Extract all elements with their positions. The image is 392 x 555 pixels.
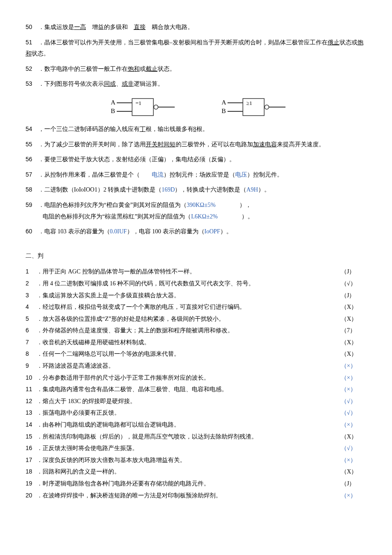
tf-text: 2．用 4 位二进制数可编排成 16 种不同的代码，既可代表数值又可代表文字、符… bbox=[26, 278, 341, 290]
tf-question: ．振荡电路中必须要有正反馈。 bbox=[37, 410, 120, 416]
q59-a1: 390KΩ±5% bbox=[187, 202, 216, 208]
tf-num: 8 bbox=[26, 348, 37, 360]
q60-mid: ），电容 100 表示的容量为（ bbox=[127, 228, 205, 235]
q50-mid2: 耦合放大电路。 bbox=[146, 24, 193, 30]
q54-num: 54 bbox=[26, 123, 37, 135]
tf-num: 5 bbox=[26, 313, 37, 325]
tf-text: 5．放大器各级的位置排成“Z”形的好处是结构紧凑，各级间的干扰较小。 bbox=[26, 313, 341, 325]
q52-a1: 饱和 bbox=[128, 66, 140, 72]
q59-a2: L6KΩ±2% bbox=[191, 213, 217, 220]
q58-a1: 169D bbox=[161, 186, 175, 193]
q55-post: 来提高开关速度。 bbox=[277, 141, 325, 148]
tf-text: 10．分布参数适用于部件的尺寸远小于正常工作频率所对应的波长。 bbox=[26, 372, 341, 384]
tf-answer: （J） bbox=[341, 290, 366, 302]
q54-post: 根。 bbox=[196, 126, 208, 132]
svg-text:≥1: ≥1 bbox=[246, 100, 252, 106]
tf-question: ．放大器各级的位置排成“Z”形的好处是结构紧凑，各级间的干扰较小。 bbox=[37, 316, 225, 322]
tf-answer: （J） bbox=[341, 478, 366, 490]
q60-a1: 0.0IUF bbox=[110, 228, 127, 235]
q59-num: 59 bbox=[26, 199, 37, 211]
tf-text: 11．集成电路内通常包含有晶体二极管、晶体三极管、电阻、电容和电感。 bbox=[26, 384, 341, 395]
tf-text: 19．时序逻辑电路除包含各种门电路外还要有存储功能的电路元件。 bbox=[26, 478, 341, 490]
question-57: 57 ．从控制作用来看，晶体三极管是个（ 电流）控制元件；场效应管是（电压）控制… bbox=[26, 169, 366, 181]
tf-answer: （X） bbox=[341, 337, 366, 349]
tf-question: ．由各种门电路组成的逻辑电路都可以组合逻辑电路。 bbox=[37, 421, 180, 428]
nor-gate-icon: A B ≥1 bbox=[213, 95, 290, 121]
true-false-list: 1．用于正向 AGC 控制的晶体管与一般的晶体管特性不一样。（J）2．用 4 位… bbox=[26, 266, 366, 501]
tf-question: ．回路和网孔的含义是一样的。 bbox=[37, 468, 120, 475]
q59-post2: ）。 bbox=[218, 213, 254, 220]
tf-text: 13．振荡电路中必须要有正反馈。 bbox=[26, 407, 341, 419]
tf-text: 17．深度负反馈的闭环放大倍数与基本放大电路增益有关。 bbox=[26, 454, 341, 466]
q54-a2: 8 bbox=[193, 126, 196, 132]
q53-a1: 同或 bbox=[104, 81, 116, 87]
q57-a1: 电流 bbox=[152, 171, 164, 178]
q51-a1: 俄止 bbox=[328, 39, 340, 46]
tf-item: 17．深度负反馈的闭环放大倍数与基本放大电路增益有关。（×） bbox=[26, 454, 366, 466]
q59-pre: ．电阻的色标排列次序为“橙白黄金”则其对应的阻值为（ bbox=[38, 202, 187, 208]
tf-answer: （7） bbox=[341, 325, 366, 337]
tf-question: ．用于正向 AGC 控制的晶体管与一般的晶体管特性不一样。 bbox=[37, 268, 196, 275]
question-59: 59 ．电阻的色标排列次序为“橙白黄金”则其对应的阻值为（390KΩ±5% ），… bbox=[26, 199, 366, 222]
tf-item: 4．经过取样后，模拟信号就变成了一个个离散的电压，可直接对它们进行编码。（X） bbox=[26, 301, 366, 313]
q50-a1: 一高 bbox=[74, 24, 86, 30]
q58-num: 58 bbox=[26, 184, 37, 195]
svg-text:A: A bbox=[111, 99, 115, 106]
svg-text:B: B bbox=[111, 108, 115, 114]
tf-num: 1 bbox=[26, 266, 37, 277]
tf-question: ．环路滤波器是高通滤波器。 bbox=[37, 363, 114, 369]
tf-question: ．分布参数适用于部件的尺寸远小于正常工作频率所对应的波长。 bbox=[37, 375, 210, 381]
q57-pre: ．从控制作用来看，晶体三极管是个（ bbox=[38, 171, 152, 178]
tf-answer: （×） bbox=[341, 455, 366, 466]
tf-item: 12．熔点大于 183C 的焊接即是硬焊接。（√） bbox=[26, 395, 366, 407]
tf-question: ．经过取样后，模拟信号就变成了一个个离散的电压，可直接对它们进行编码。 bbox=[37, 304, 245, 310]
tf-answer: （√） bbox=[341, 407, 366, 419]
tf-answer: （×） bbox=[341, 384, 366, 395]
tf-answer: （×） bbox=[341, 419, 366, 431]
tf-text: 8．任何一个二端网络总可以用一个等效的电源来代替。 bbox=[26, 348, 341, 360]
tf-question: ．熔点大于 183C 的焊接即是硬焊接。 bbox=[37, 398, 136, 404]
tf-item: 6．外存储器的特点是速度慢、容量大；其上的数据和程序能被调用和修改。（7） bbox=[26, 325, 366, 337]
tf-question: ．正反馈太强时将会使电路产生振荡。 bbox=[37, 445, 138, 451]
tf-answer: （×） bbox=[341, 360, 366, 372]
xnor-gate-icon: A B =1 bbox=[102, 95, 179, 121]
tf-item: 14．由各种门电路组成的逻辑电路都可以组合逻辑电路。（×） bbox=[26, 419, 366, 431]
q59-post1: ）， bbox=[216, 202, 251, 208]
q50-a2: 直接 bbox=[134, 24, 146, 30]
question-58: 58 ．二进制数（IoIoIOO1）2 转换成十进制数是（169D），转换成十六… bbox=[26, 184, 366, 196]
tf-item: 8．任何一个二端网络总可以用一个等效的电源来代替。（X） bbox=[26, 348, 366, 360]
tf-item: 1．用于正向 AGC 控制的晶体管与一般的晶体管特性不一样。（J） bbox=[26, 266, 366, 278]
q57-num: 57 bbox=[26, 169, 37, 180]
tf-answer: （X） bbox=[341, 349, 366, 360]
tf-num: 4 bbox=[26, 301, 37, 313]
question-54: 54 ，一个三位二进制译码器的输入线应有丁根，输出线最多有8根。 bbox=[26, 123, 366, 135]
tf-question: ．外存储器的特点是速度慢、容量大；其上的数据和程序能被调用和修改。 bbox=[37, 327, 233, 334]
question-60: 60 ．电容 103 表示的容量为（0.0IUF），电容 100 表示的容量为（… bbox=[26, 226, 366, 238]
svg-text:B: B bbox=[222, 108, 226, 114]
q55-mid: 的三极管外，还可以在电路加 bbox=[176, 141, 253, 148]
q58-post: ）。 bbox=[258, 186, 270, 193]
tf-answer: （√） bbox=[341, 396, 366, 407]
q51-t2: 状态或 bbox=[340, 39, 357, 46]
q53-pre: ．下列图形符号依次表示 bbox=[38, 81, 104, 87]
q51-num: 51 bbox=[26, 37, 37, 48]
svg-text:=1: =1 bbox=[135, 100, 141, 106]
tf-item: 16．正反馈太强时将会使电路产生振荡。（√） bbox=[26, 442, 366, 454]
tf-num: 12 bbox=[26, 395, 37, 407]
tf-num: 6 bbox=[26, 325, 37, 336]
tf-question: ．所相清洗印制电路板（焊后的），就是用高压空气喷吹，以达到去除助焊剂残渣。 bbox=[37, 433, 257, 440]
tf-question: ．收音机的天线磁棒是用硬磁性材料制成。 bbox=[37, 339, 150, 346]
question-51: 51 ．晶体三极管可以作为开关使用，当三极管集电极–发射极间相当于开关断开或闭合… bbox=[26, 37, 366, 60]
q53-post: 逻辑运算。 bbox=[134, 81, 164, 87]
tf-text: 12．熔点大于 183C 的焊接即是硬焊接。 bbox=[26, 395, 341, 407]
tf-answer: （J） bbox=[341, 266, 366, 278]
tf-answer: （×） bbox=[341, 490, 366, 502]
q51-t3: 状态。 bbox=[32, 50, 49, 57]
tf-question: ．深度负反馈的闭环放大倍数与基本放大电路增益有关。 bbox=[37, 457, 186, 463]
tf-item: 13．振荡电路中必须要有正反馈。（√） bbox=[26, 407, 366, 419]
svg-point-14 bbox=[265, 105, 269, 109]
q55-a2: 加速电容 bbox=[253, 141, 277, 148]
q52-pre: ．数字电路中的三极管一般工作在 bbox=[38, 66, 128, 72]
tf-num: 11 bbox=[26, 384, 37, 395]
tf-item: 2．用 4 位二进制数可编排成 16 种不同的代码，既可代表数值又可代表文字、符… bbox=[26, 278, 366, 290]
